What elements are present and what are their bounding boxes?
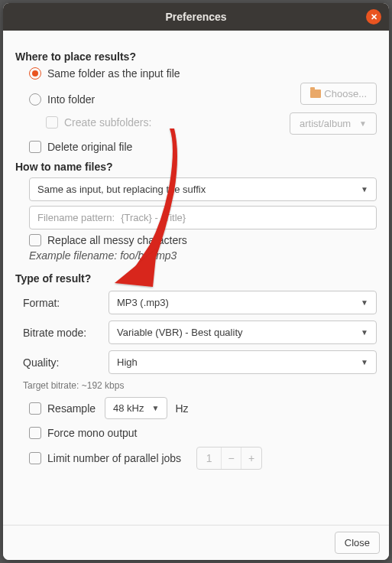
- chevron-down-icon: ▼: [361, 328, 368, 337]
- checkbox-icon: [29, 234, 41, 246]
- checkbox-icon: [29, 141, 41, 153]
- chevron-down-icon: ▼: [359, 119, 367, 128]
- window-close-button[interactable]: ✕: [366, 9, 381, 24]
- quality-label: Quality:: [23, 356, 99, 369]
- spinner-decrement[interactable]: −: [222, 447, 241, 469]
- checkbox-icon: [29, 427, 41, 439]
- section-header-naming: How to name files?: [15, 161, 377, 173]
- titlebar: Preferences ✕: [3, 3, 389, 31]
- dialog-footer: Close: [3, 525, 389, 560]
- close-label: Close: [345, 537, 370, 548]
- subfolder-pattern-dropdown[interactable]: artist/album ▼: [290, 112, 377, 135]
- dropdown-value: Variable (VBR) - Best quality: [117, 327, 243, 338]
- check-label: Limit number of parallel jobs: [47, 452, 181, 464]
- check-delete-original[interactable]: Delete original file: [29, 141, 377, 153]
- radio-same-folder[interactable]: Same folder as the input file: [29, 67, 377, 80]
- format-dropdown[interactable]: MP3 (.mp3) ▼: [109, 291, 377, 314]
- check-force-mono[interactable]: Force mono output: [29, 427, 377, 439]
- pattern-label: Filename pattern:: [37, 212, 115, 223]
- close-button[interactable]: Close: [335, 532, 380, 554]
- radio-label: Into folder: [47, 93, 95, 106]
- chevron-down-icon: ▼: [361, 358, 368, 366]
- check-label: Force mono output: [47, 427, 138, 439]
- content-area: Where to place results? Same folder as t…: [3, 31, 389, 525]
- chevron-down-icon: ▼: [152, 404, 160, 412]
- dropdown-value: 48 kHz: [113, 402, 144, 414]
- format-label: Format:: [23, 297, 99, 309]
- jobs-spinner[interactable]: 1 − +: [196, 447, 262, 470]
- naming-mode-dropdown[interactable]: Same as input, but replacing the suffix …: [29, 177, 377, 201]
- quality-dropdown[interactable]: High ▼: [109, 350, 377, 374]
- close-icon: ✕: [371, 12, 377, 22]
- section-header-result: Type of result?: [15, 272, 377, 285]
- choose-button[interactable]: Choose...: [300, 83, 377, 105]
- window-title: Preferences: [165, 11, 226, 23]
- check-limit-jobs[interactable]: Limit number of parallel jobs 1 − +: [29, 447, 377, 470]
- dropdown-value: artist/album: [300, 118, 351, 129]
- bitrate-mode-dropdown[interactable]: Variable (VBR) - Best quality ▼: [109, 321, 377, 344]
- check-label: Delete original file: [47, 141, 132, 153]
- check-create-subfolders[interactable]: Create subfolders:: [46, 116, 290, 129]
- radio-into-folder[interactable]: Into folder: [29, 93, 290, 106]
- chevron-down-icon: ▼: [361, 298, 368, 307]
- spinner-increment[interactable]: +: [241, 447, 261, 469]
- resample-label: Resample: [47, 402, 96, 415]
- preferences-window: Preferences ✕ Where to place results? Sa…: [3, 3, 389, 560]
- checkbox-icon: [29, 452, 41, 464]
- dropdown-value: High: [117, 356, 138, 368]
- bitrate-mode-label: Bitrate mode:: [23, 327, 99, 339]
- radio-icon: [29, 93, 41, 106]
- resample-dropdown[interactable]: 48 kHz ▼: [105, 397, 167, 419]
- pattern-placeholder: {Track} - {Title}: [121, 212, 186, 223]
- dropdown-value: MP3 (.mp3): [117, 297, 169, 308]
- hz-label: Hz: [175, 402, 188, 415]
- check-label: Replace all messy characters: [47, 234, 187, 246]
- choose-label: Choose...: [324, 88, 367, 99]
- chevron-down-icon: ▼: [361, 185, 368, 194]
- radio-label: Same folder as the input file: [47, 67, 180, 80]
- folder-icon: [310, 89, 321, 98]
- example-value: foo/bar.mp3: [120, 249, 177, 262]
- section-header-where: Where to place results?: [15, 50, 377, 63]
- radio-icon: [29, 67, 41, 80]
- checkbox-icon: [46, 116, 58, 129]
- target-bitrate-text: Target bitrate: ~192 kbps: [23, 380, 377, 391]
- example-label: Example filename:: [29, 249, 117, 262]
- dropdown-value: Same as input, but replacing the suffix: [37, 184, 206, 195]
- check-replace-messy[interactable]: Replace all messy characters: [29, 234, 377, 246]
- example-filename: Example filename: foo/bar.mp3: [29, 249, 377, 262]
- filename-pattern-input[interactable]: Filename pattern: {Track} - {Title}: [29, 206, 377, 229]
- spinner-value: 1: [197, 447, 222, 469]
- check-label: Create subfolders:: [64, 116, 151, 129]
- checkbox-icon: [29, 402, 41, 415]
